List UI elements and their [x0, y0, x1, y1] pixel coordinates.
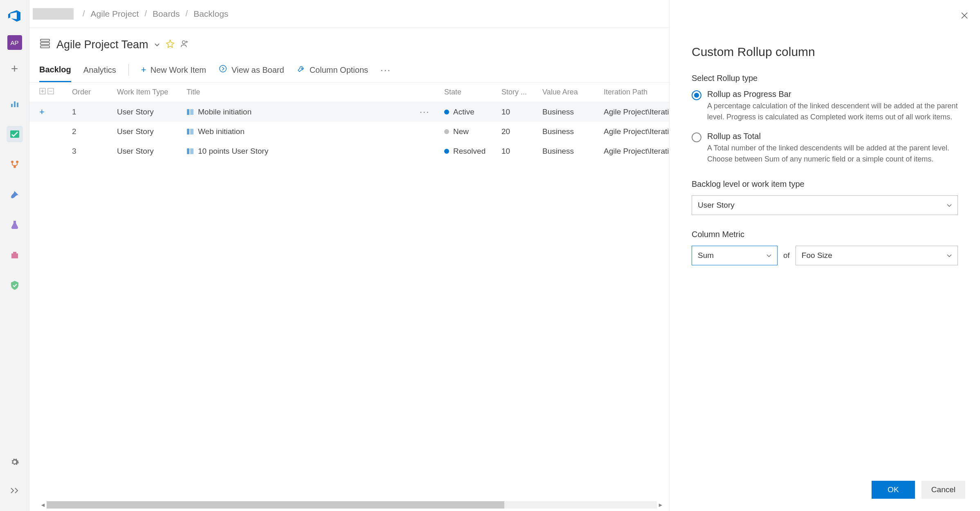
settings-icon[interactable] [7, 454, 23, 470]
svg-rect-8 [13, 252, 16, 253]
backlog-level-value: User Story [698, 201, 735, 210]
radio-total-title: Rollup as Total [707, 132, 958, 141]
radio-unchecked-icon [692, 132, 701, 142]
azure-devops-logo[interactable] [7, 7, 23, 24]
metric-field-select[interactable]: Foo Size [796, 246, 958, 265]
breadcrumb-sep: / [83, 9, 85, 18]
row-type: User Story [117, 127, 187, 136]
row-type: User Story [117, 108, 187, 117]
horizontal-scrollbar[interactable]: ◄ ► [39, 501, 664, 509]
scrollbar-thumb[interactable] [47, 501, 504, 509]
svg-rect-3 [10, 130, 19, 138]
column-metric-label: Column Metric [692, 230, 958, 239]
svg-point-4 [11, 161, 13, 163]
custom-rollup-panel: Custom Rollup column Select Rollup type … [669, 0, 980, 511]
radio-progress-title: Rollup as Progress Bar [707, 90, 958, 99]
ok-button[interactable]: OK [872, 481, 915, 499]
view-as-board-button[interactable]: View as Board [218, 64, 284, 82]
column-options-label: Column Options [310, 65, 368, 75]
nav-compliance-icon[interactable] [7, 277, 23, 294]
row-order: 2 [72, 127, 117, 136]
tab-analytics[interactable]: Analytics [83, 65, 116, 81]
backlog-icon [39, 38, 51, 52]
breadcrumb-boards[interactable]: Boards [153, 9, 180, 19]
svg-rect-16 [187, 109, 189, 115]
radio-progress-desc: A percentage calculation of the linked d… [707, 101, 958, 123]
radio-total[interactable]: Rollup as Total A Total number of the li… [692, 132, 958, 165]
close-panel-icon[interactable] [960, 10, 969, 22]
panel-title: Custom Rollup column [692, 45, 958, 59]
col-state[interactable]: State [444, 88, 501, 96]
col-value-area[interactable]: Value Area [542, 88, 604, 96]
more-actions-icon[interactable]: ··· [380, 64, 391, 82]
svg-point-13 [220, 65, 227, 72]
row-iteration-path: Agile Project\Iteration [604, 147, 669, 156]
svg-rect-21 [190, 148, 193, 154]
nav-pipelines-icon[interactable] [7, 186, 23, 203]
row-iteration-path: Agile Project\Iteration [604, 127, 669, 136]
metric-agg-value: Sum [698, 251, 714, 260]
nav-boards-icon[interactable] [7, 126, 23, 142]
add-child-icon[interactable]: + [39, 107, 45, 117]
project-badge[interactable]: AP [7, 35, 22, 50]
org-placeholder[interactable] [33, 8, 74, 20]
svg-rect-19 [190, 129, 193, 134]
table-row[interactable]: 2User StoryWeb initiationNew20BusinessAg… [29, 122, 669, 141]
new-work-item-button[interactable]: + New Work Item [141, 65, 206, 82]
backlog-level-select[interactable]: User Story [692, 195, 958, 215]
expand-all-icon[interactable] [39, 88, 46, 96]
favorite-star-icon[interactable] [166, 39, 175, 51]
col-story-points[interactable]: Story ... [501, 88, 542, 96]
new-project-button[interactable]: + [7, 61, 22, 76]
metric-field-value: Foo Size [802, 251, 832, 260]
svg-rect-7 [11, 253, 18, 258]
nav-overview-icon[interactable] [7, 96, 23, 112]
tab-backlog[interactable]: Backlog [39, 65, 71, 82]
scroll-left-icon[interactable]: ◄ [39, 501, 47, 509]
nav-repos-icon[interactable] [7, 156, 23, 173]
svg-rect-18 [187, 129, 189, 134]
row-story-points: 20 [501, 127, 542, 136]
table-header: Order Work Item Type Title State Story .… [29, 83, 669, 102]
breadcrumb-backlogs[interactable]: Backlogs [193, 9, 228, 19]
plus-icon: + [141, 65, 146, 75]
backlog-level-label: Backlog level or work item type [692, 179, 958, 189]
breadcrumb-project[interactable]: Agile Project [91, 9, 139, 19]
team-dropdown-icon[interactable] [154, 41, 160, 49]
row-title[interactable]: 10 points User Story [198, 147, 268, 156]
col-title[interactable]: Title [187, 88, 420, 96]
scroll-right-icon[interactable]: ► [657, 501, 664, 509]
team-name[interactable]: Agile Project Team [56, 38, 148, 51]
row-state: Active [444, 108, 501, 117]
row-title[interactable]: Mobile initiation [198, 108, 252, 117]
radio-progress-bar[interactable]: Rollup as Progress Bar A percentage calc… [692, 90, 958, 123]
col-iteration-path[interactable]: Iteration Path [604, 88, 669, 96]
col-order[interactable]: Order [72, 88, 117, 96]
row-state: Resolved [444, 147, 501, 156]
collapse-all-icon[interactable] [47, 88, 54, 96]
svg-rect-0 [11, 104, 13, 107]
table-row[interactable]: 3User Story10 points User StoryResolved1… [29, 141, 669, 161]
metric-aggregation-select[interactable]: Sum [692, 246, 778, 265]
svg-rect-20 [187, 148, 189, 154]
row-iteration-path: Agile Project\Iteration [604, 108, 669, 117]
chevron-down-icon [947, 252, 952, 259]
row-actions-icon[interactable]: ··· [420, 107, 429, 117]
svg-rect-10 [40, 43, 49, 45]
table-row[interactable]: +1User StoryMobile initiation···Active10… [29, 102, 669, 122]
svg-rect-17 [190, 109, 193, 115]
expand-sidebar-icon[interactable] [7, 482, 23, 499]
col-work-item-type[interactable]: Work Item Type [117, 88, 187, 96]
view-as-board-label: View as Board [232, 65, 284, 75]
row-title[interactable]: Web initiation [198, 127, 245, 136]
tab-divider [128, 64, 129, 76]
board-toggle-icon [218, 64, 227, 76]
state-dot-icon [444, 129, 449, 134]
svg-rect-9 [40, 39, 49, 41]
nav-testplans-icon[interactable] [7, 217, 23, 233]
team-members-icon[interactable] [180, 39, 189, 51]
column-options-button[interactable]: Column Options [297, 64, 368, 82]
nav-artifacts-icon[interactable] [7, 247, 23, 263]
cancel-button[interactable]: Cancel [922, 481, 965, 499]
svg-rect-2 [17, 103, 18, 107]
